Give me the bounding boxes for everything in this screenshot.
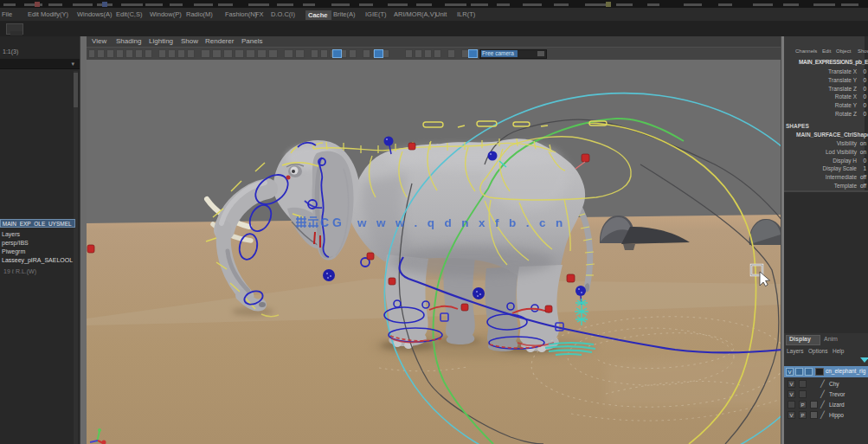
svg-text:CG: CG bbox=[320, 216, 345, 229]
svg-text:www.qdnxfb.cn: www.qdnxfb.cn bbox=[357, 216, 573, 229]
